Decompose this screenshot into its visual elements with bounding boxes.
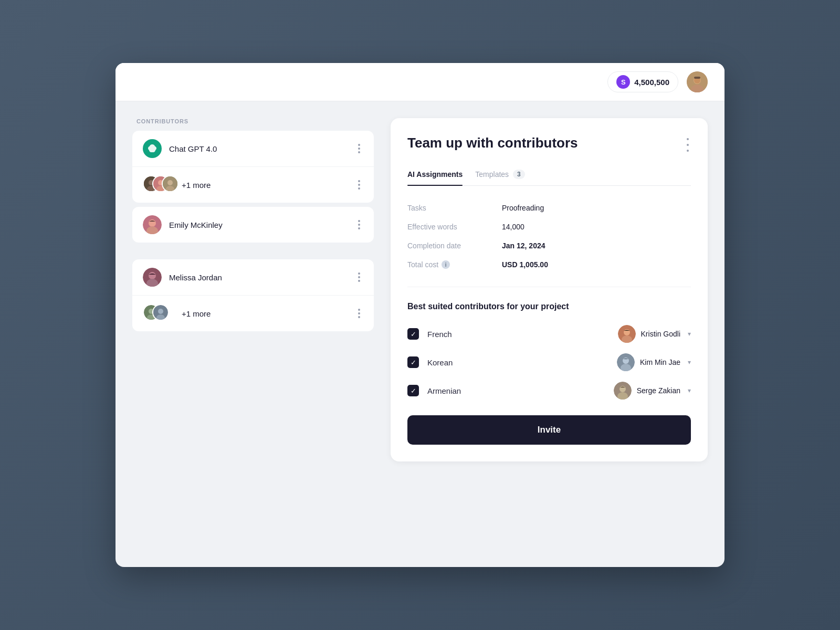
emily-name: Emily McKinley [169,220,348,229]
header: S 4,500,500 [116,63,724,101]
date-label: Completion date [407,242,502,250]
best-suited-title: Best suited contributors for your projec… [407,302,691,311]
melissa-avatar [143,268,162,287]
svg-point-30 [623,358,629,364]
right-panel: Team up with contributors AI Assignments… [391,118,708,461]
svg-point-12 [167,180,173,185]
app-window: S 4,500,500 CONTRIBUTORS [116,63,724,567]
contributor-row-armenian: ✓ Armenian Serge Zakian [407,376,691,405]
group1-avatar-3 [162,175,178,192]
kim-name: Kim Min Jae [640,358,680,366]
words-label: Effective words [407,223,502,231]
svg-rect-4 [694,77,700,79]
cost-label-text: Total cost [407,260,438,269]
sidebar: CONTRIBUTORS Chat GPT 4.0 [132,118,374,461]
french-contributor[interactable]: Kristin Godli ▾ [618,325,691,343]
chatgpt-name: Chat GPT 4.0 [169,144,348,153]
melissa-name: Melissa Jordan [169,273,348,282]
kristin-chevron-icon: ▾ [688,330,691,338]
serge-avatar [614,382,632,400]
sidebar-item-group2[interactable]: +1 more [132,296,374,331]
tab-templates[interactable]: Templates 3 [475,165,525,185]
sidebar-item-group1[interactable]: +1 more [132,167,374,203]
user-avatar[interactable] [687,71,708,92]
contributor-row-korean: ✓ Korean Kim Min Jae [407,348,691,376]
invite-button[interactable]: Invite [407,415,691,445]
group1-avatars [143,175,174,194]
group2-more-button[interactable] [355,307,363,320]
info-rows: Tasks Proofreading Effective words 14,00… [407,198,691,287]
main-layout: CONTRIBUTORS Chat GPT 4.0 [116,101,724,478]
credits-badge[interactable]: S 4,500,500 [607,71,678,92]
tab-ai-assignments[interactable]: AI Assignments [407,165,463,185]
armenian-check-icon: ✓ [411,387,416,395]
korean-lang: Korean [427,358,608,367]
armenian-contributor[interactable]: Serge Zakian ▾ [614,382,691,400]
group1-more-button[interactable] [355,178,363,192]
credits-symbol: S [621,78,626,86]
sidebar-item-emily[interactable]: Emily McKinley [132,207,374,243]
sidebar-item-chatgpt[interactable]: Chat GPT 4.0 [132,131,374,167]
armenian-checkbox[interactable]: ✓ [407,385,419,396]
kim-chevron-icon: ▾ [688,359,691,366]
group2-avatars [143,304,174,323]
sidebar-section-label: CONTRIBUTORS [132,118,374,131]
chatgpt-more-button[interactable] [355,142,363,155]
korean-checkbox[interactable]: ✓ [407,356,419,368]
group2-name: +1 more [182,309,348,318]
french-check-icon: ✓ [411,330,416,338]
info-row-tasks: Tasks Proofreading [407,198,691,217]
best-suited-section: Best suited contributors for your projec… [407,302,691,405]
credits-icon: S [616,75,630,89]
serge-name: Serge Zakian [637,386,680,395]
sidebar-group-1: Chat GPT 4.0 [132,131,374,203]
contributor-row-french: ✓ French Kristin Godli [407,320,691,348]
group1-name: +1 more [182,181,348,190]
credits-amount: 4,500,500 [634,78,669,87]
french-checkbox[interactable]: ✓ [407,328,419,340]
info-row-date: Completion date Jan 12, 2024 [407,236,691,255]
sidebar-group-3: Melissa Jordan [132,259,374,331]
tabs: AI Assignments Templates 3 [407,165,691,186]
serge-chevron-icon: ▾ [688,387,691,394]
info-row-words: Effective words 14,000 [407,217,691,236]
tab-templates-badge: 3 [513,170,525,179]
cost-label: Total cost i [407,260,502,269]
tasks-value: Proofreading [502,204,544,212]
korean-contributor[interactable]: Kim Min Jae ▾ [617,353,691,371]
sidebar-item-melissa[interactable]: Melissa Jordan [132,259,374,296]
panel-menu-button[interactable] [685,135,691,155]
melissa-more-button[interactable] [355,270,363,284]
korean-check-icon: ✓ [411,359,416,366]
armenian-lang: Armenian [427,386,605,395]
tasks-label: Tasks [407,204,502,212]
kim-avatar [617,353,635,371]
cost-info-icon[interactable]: i [442,260,450,269]
svg-point-18 [149,272,156,279]
cost-value: USD 1,005.00 [502,260,548,269]
emily-avatar [143,215,162,234]
tab-templates-label: Templates [475,170,509,178]
date-value: Jan 12, 2024 [502,242,545,250]
info-row-cost: Total cost i USD 1,005.00 [407,255,691,274]
kristin-avatar [618,325,636,343]
gpt-icon [143,139,162,158]
tab-ai-label: AI Assignments [407,170,463,178]
panel-title: Team up with contributors [407,135,578,151]
sidebar-group-2: Emily McKinley [132,207,374,243]
words-value: 14,000 [502,223,524,231]
emily-more-button[interactable] [355,218,363,232]
french-lang: French [427,330,610,339]
kristin-name: Kristin Godli [641,330,680,338]
svg-point-24 [158,309,163,314]
group2-avatar-2 [152,304,169,321]
panel-header: Team up with contributors [407,135,691,155]
